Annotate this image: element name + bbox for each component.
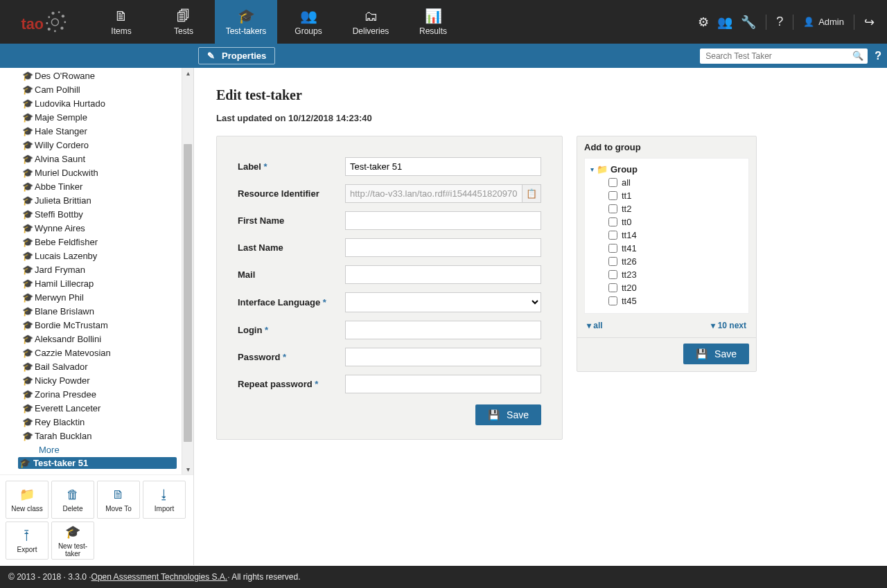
footer-link[interactable]: Open Assessment Technologies S.A. xyxy=(91,572,228,582)
tree-item[interactable]: 🎓Des O'Rowane xyxy=(21,69,177,83)
pager-all[interactable]: ▾ all xyxy=(587,321,603,330)
group-checkbox[interactable] xyxy=(608,270,617,279)
tree-item[interactable]: 🎓Cam Polhill xyxy=(21,83,177,97)
users-icon[interactable]: 👥 xyxy=(717,15,732,30)
group-checkbox[interactable] xyxy=(608,244,617,253)
tree-item[interactable]: 🎓Rey Blacktin xyxy=(21,416,177,429)
scrollbar[interactable]: ▴ ▾ xyxy=(182,68,193,474)
tree-item[interactable]: 🎓Julieta Brittian xyxy=(21,194,177,208)
group-checkbox[interactable] xyxy=(608,217,617,226)
group-item[interactable]: tt1 xyxy=(608,189,743,202)
help-button[interactable]: ? xyxy=(875,50,881,62)
testtaker-icon: 🎓 xyxy=(22,375,32,387)
tests-icon: 🗐 xyxy=(177,8,191,24)
repeat-input[interactable] xyxy=(345,375,541,393)
group-item[interactable]: all xyxy=(608,176,743,189)
nav-items[interactable]: 🗎Items xyxy=(90,0,152,44)
tree-item[interactable]: 🎓Willy Cordero xyxy=(21,139,177,152)
save-button[interactable]: 💾Save xyxy=(475,404,541,425)
nav-deliveries-label: Deliveries xyxy=(353,26,389,36)
nav-results[interactable]: 📊Results xyxy=(402,0,464,44)
tree-item[interactable]: 🎓Abbe Tinker xyxy=(21,180,177,194)
help-icon[interactable]: ? xyxy=(776,15,783,29)
group-save-label: Save xyxy=(714,348,737,359)
newclass-button[interactable]: 📁New class xyxy=(6,481,49,519)
tree-item[interactable]: 🎓Ludovika Hurtado xyxy=(21,97,177,111)
tree-item[interactable]: 🎓Nicky Powder xyxy=(21,374,177,388)
group-item[interactable]: tt20 xyxy=(608,281,743,294)
group-item[interactable]: tt26 xyxy=(608,255,743,268)
tools-icon[interactable]: 🔧 xyxy=(741,15,756,30)
logo[interactable]: tao xyxy=(0,0,90,44)
tree-item-selected[interactable]: 🎓Test-taker 51 xyxy=(18,457,177,469)
lastname-input[interactable] xyxy=(345,238,541,257)
scroll-up-icon[interactable]: ▴ xyxy=(182,68,193,78)
label-input[interactable] xyxy=(345,157,541,176)
mail-input[interactable] xyxy=(345,265,541,284)
group-item[interactable]: tt45 xyxy=(608,294,743,308)
group-checkbox[interactable] xyxy=(608,178,617,187)
delete-button[interactable]: 🗑Delete xyxy=(51,481,94,519)
tree-item[interactable]: 🎓Hamil Lillecrap xyxy=(21,277,177,291)
moveto-button[interactable]: 🗎Move To xyxy=(97,481,140,519)
settings-icon[interactable]: ⚙ xyxy=(698,15,709,30)
group-item[interactable]: tt0 xyxy=(608,215,743,229)
tree-item[interactable]: 🎓Aleksandr Bollini xyxy=(21,332,177,346)
tree-item[interactable]: 🎓Lucais Lazenby xyxy=(21,249,177,263)
clipboard-icon: 📋 xyxy=(526,188,537,199)
firstname-input[interactable] xyxy=(345,211,541,230)
tree-item[interactable]: 🎓Jard Fryman xyxy=(21,263,177,277)
tree-item[interactable]: 🎓Bordie McTrustam xyxy=(21,319,177,332)
group-item[interactable]: tt23 xyxy=(608,268,743,281)
import-button[interactable]: ⭳Import xyxy=(143,481,186,519)
search-input[interactable] xyxy=(700,48,868,64)
tree-item[interactable]: 🎓Zorina Presdee xyxy=(21,388,177,402)
newtesttaker-button[interactable]: 🎓New test-taker xyxy=(51,522,94,560)
tree-item[interactable]: 🎓Wynne Aires xyxy=(21,222,177,235)
group-item[interactable]: tt2 xyxy=(608,202,743,215)
logout-icon[interactable]: ↪ xyxy=(864,15,875,30)
group-checkbox[interactable] xyxy=(608,191,617,200)
tree-item[interactable]: 🎓Alvina Saunt xyxy=(21,152,177,166)
tree-item[interactable]: 🎓Hale Stanger xyxy=(21,125,177,139)
tree-item[interactable]: 🎓Maje Semple xyxy=(21,111,177,125)
group-save-button[interactable]: 💾Save xyxy=(683,344,749,364)
tree-item[interactable]: 🎓Merwyn Phil xyxy=(21,291,177,305)
tree-item[interactable]: 🎓Blane Brislawn xyxy=(21,305,177,319)
tree-item[interactable]: 🎓Steffi Bottby xyxy=(21,208,177,222)
tree-item[interactable]: 🎓Bail Salvador xyxy=(21,360,177,374)
tree-item[interactable]: 🎓Bebe Feldfisher xyxy=(21,235,177,249)
search-icon[interactable]: 🔍 xyxy=(852,51,863,61)
group-checkbox[interactable] xyxy=(608,283,617,292)
tree-item[interactable]: 🎓Cazzie Matevosian xyxy=(21,346,177,360)
language-select[interactable] xyxy=(345,292,541,312)
group-item[interactable]: tt41 xyxy=(608,242,743,255)
group-root[interactable]: ▾ 📁 Group xyxy=(590,164,743,175)
group-checkbox[interactable] xyxy=(608,296,617,305)
testtaker-icon: 🎓 xyxy=(22,292,32,304)
tree-more[interactable]: More xyxy=(21,443,177,457)
scroll-down-icon[interactable]: ▾ xyxy=(182,464,193,474)
pager-next[interactable]: ▾ 10 next xyxy=(711,321,746,330)
group-checkbox[interactable] xyxy=(608,257,617,266)
password-input[interactable] xyxy=(345,348,541,366)
scroll-thumb[interactable] xyxy=(184,144,192,442)
nav-testtakers[interactable]: 🎓Test-takers xyxy=(215,0,277,44)
export-button[interactable]: ⭱Export xyxy=(6,522,49,560)
tree-item[interactable]: 🎓Muriel Duckwith xyxy=(21,166,177,180)
sidebar-actions: 📁New class 🗑Delete 🗎Move To ⭳Import ⭱Exp… xyxy=(0,474,193,565)
group-checkbox[interactable] xyxy=(608,204,617,213)
group-item[interactable]: tt14 xyxy=(608,229,743,242)
tree-item[interactable]: 🎓Everett Lanceter xyxy=(21,402,177,416)
admin-menu[interactable]: 👤Admin xyxy=(803,17,844,27)
properties-button[interactable]: ✎ Properties xyxy=(198,47,275,64)
nav-groups[interactable]: 👥Groups xyxy=(277,0,340,44)
repeat-label: Repeat password * xyxy=(238,379,345,389)
login-input[interactable] xyxy=(345,321,541,339)
nav-tests[interactable]: 🗐Tests xyxy=(152,0,215,44)
group-checkbox[interactable] xyxy=(608,231,617,240)
group-tree: ▾ 📁 Group alltt1tt2tt0tt14tt41tt26tt23tt… xyxy=(584,158,749,314)
tree-item[interactable]: 🎓Tarah Bucklan xyxy=(21,429,177,443)
copy-button[interactable]: 📋 xyxy=(522,184,541,203)
nav-deliveries[interactable]: 🗂Deliveries xyxy=(340,0,402,44)
